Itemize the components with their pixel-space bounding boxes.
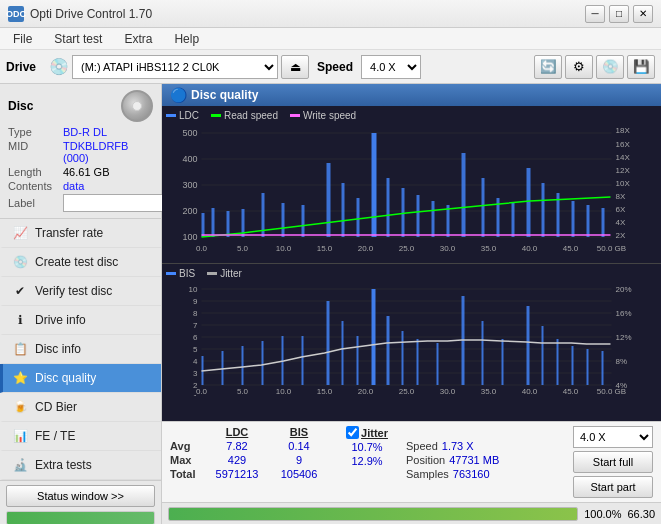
speed-combo-select[interactable]: 4.0 X bbox=[573, 426, 653, 448]
svg-text:50.0 GB: 50.0 GB bbox=[597, 387, 626, 396]
save-button[interactable]: 💾 bbox=[627, 55, 655, 79]
svg-rect-92 bbox=[222, 351, 224, 385]
speed-stat-value: 1.73 X bbox=[442, 440, 474, 452]
svg-rect-53 bbox=[572, 201, 575, 237]
title-bar: ODC Opti Drive Control 1.70 ─ □ ✕ bbox=[0, 0, 661, 28]
svg-text:15.0: 15.0 bbox=[317, 387, 333, 396]
menu-help[interactable]: Help bbox=[165, 30, 208, 48]
extra-tests-icon: 🔬 bbox=[11, 456, 29, 474]
nav-transfer-rate[interactable]: 📈 Transfer rate bbox=[0, 219, 161, 248]
nav-create-test-disc[interactable]: 💿 Create test disc bbox=[0, 248, 161, 277]
svg-rect-110 bbox=[557, 339, 559, 385]
svg-text:25.0: 25.0 bbox=[399, 244, 415, 253]
disc-length-row: Length 46.61 GB bbox=[8, 166, 153, 178]
disc-icon bbox=[121, 90, 153, 122]
speed-select[interactable]: 4.0 X bbox=[361, 55, 421, 79]
drive-bar: Drive 💿 (M:) ATAPI iHBS112 2 CL0K ⏏ Spee… bbox=[0, 50, 661, 84]
sidebar: Disc Type BD-R DL MID TDKBLDRFB (000) Le… bbox=[0, 84, 162, 524]
status-window-button[interactable]: Status window >> bbox=[6, 485, 155, 507]
nav-extra-tests-label: Extra tests bbox=[35, 458, 92, 472]
nav-cd-bier-label: CD Bier bbox=[35, 400, 77, 414]
svg-rect-31 bbox=[212, 208, 215, 237]
total-label: Total bbox=[170, 468, 204, 480]
nav-fe-te[interactable]: 📊 FE / TE bbox=[0, 422, 161, 451]
svg-text:45.0: 45.0 bbox=[563, 387, 579, 396]
refresh-button[interactable]: 🔄 bbox=[534, 55, 562, 79]
disc-button[interactable]: 💿 bbox=[596, 55, 624, 79]
svg-text:8%: 8% bbox=[616, 357, 628, 366]
svg-text:9: 9 bbox=[193, 297, 198, 306]
jitter-header: Jitter bbox=[361, 427, 388, 439]
legend-ldc: LDC bbox=[166, 110, 199, 121]
jitter-checkbox[interactable] bbox=[346, 426, 359, 439]
disc-info-icon: 📋 bbox=[11, 340, 29, 358]
svg-text:0.0: 0.0 bbox=[196, 387, 208, 396]
stats-area: Avg Max Total LDC 7.82 429 5971213 BIS 0… bbox=[162, 421, 661, 502]
start-part-button[interactable]: Start part bbox=[573, 476, 653, 498]
minimize-button[interactable]: ─ bbox=[585, 5, 605, 23]
svg-rect-107 bbox=[502, 339, 504, 385]
fe-te-icon: 📊 bbox=[11, 427, 29, 445]
maximize-button[interactable]: □ bbox=[609, 5, 629, 23]
main-layout: Disc Type BD-R DL MID TDKBLDRFB (000) Le… bbox=[0, 84, 661, 524]
disc-mid-value: TDKBLDRFB (000) bbox=[63, 140, 153, 164]
svg-rect-30 bbox=[202, 213, 205, 237]
svg-text:40.0: 40.0 bbox=[522, 244, 538, 253]
disc-section: Disc Type BD-R DL MID TDKBLDRFB (000) Le… bbox=[0, 84, 161, 219]
close-button[interactable]: ✕ bbox=[633, 5, 653, 23]
progress-pct-text: 100.0% bbox=[584, 508, 621, 520]
nav-extra-tests[interactable]: 🔬 Extra tests bbox=[0, 451, 161, 480]
title-bar-controls: ─ □ ✕ bbox=[585, 5, 653, 23]
nav-verify-test-disc[interactable]: ✔ Verify test disc bbox=[0, 277, 161, 306]
progress-bottom-bar bbox=[168, 507, 578, 521]
progress-bottom: 100.0% 66.30 bbox=[162, 502, 661, 524]
svg-text:7: 7 bbox=[193, 321, 198, 330]
svg-text:12%: 12% bbox=[616, 333, 632, 342]
eject-button[interactable]: ⏏ bbox=[281, 55, 309, 79]
menu-file[interactable]: File bbox=[4, 30, 41, 48]
nav-disc-info-label: Disc info bbox=[35, 342, 81, 356]
legend-write: Write speed bbox=[290, 110, 356, 121]
avg-jitter: 10.7% bbox=[351, 441, 382, 453]
menu-bar: File Start test Extra Help bbox=[0, 28, 661, 50]
menu-extra[interactable]: Extra bbox=[115, 30, 161, 48]
svg-rect-47 bbox=[482, 178, 485, 237]
svg-rect-99 bbox=[357, 336, 359, 385]
svg-rect-94 bbox=[262, 341, 264, 385]
drive-buttons: 🔄 ⚙ 💿 💾 bbox=[534, 55, 655, 79]
disc-contents-label: Contents bbox=[8, 180, 63, 192]
max-bis: 9 bbox=[296, 454, 302, 466]
jitter-check[interactable]: Jitter bbox=[346, 426, 388, 439]
position-value: 47731 MB bbox=[449, 454, 499, 466]
menu-start-test[interactable]: Start test bbox=[45, 30, 111, 48]
svg-rect-50 bbox=[527, 168, 531, 237]
nav-disc-info[interactable]: 📋 Disc info bbox=[0, 335, 161, 364]
svg-text:10X: 10X bbox=[616, 179, 631, 188]
create-test-disc-icon: 💿 bbox=[11, 253, 29, 271]
drive-info-icon: ℹ bbox=[11, 311, 29, 329]
svg-rect-103 bbox=[417, 339, 419, 385]
disc-type-value: BD-R DL bbox=[63, 126, 107, 138]
svg-text:4: 4 bbox=[193, 357, 198, 366]
svg-rect-43 bbox=[417, 195, 420, 237]
ldc-label: LDC bbox=[179, 110, 199, 121]
nav-drive-info[interactable]: ℹ Drive info bbox=[0, 306, 161, 335]
nav-cd-bier[interactable]: 🍺 CD Bier bbox=[0, 393, 161, 422]
svg-text:400: 400 bbox=[182, 154, 197, 164]
bis-header: BIS bbox=[290, 426, 308, 438]
disc-length-value: 46.61 GB bbox=[63, 166, 109, 178]
disc-inner bbox=[132, 101, 142, 111]
progress-bottom-fill bbox=[169, 508, 577, 520]
drive-select[interactable]: (M:) ATAPI iHBS112 2 CL0K bbox=[72, 55, 278, 79]
svg-rect-97 bbox=[327, 301, 330, 385]
start-full-button[interactable]: Start full bbox=[573, 451, 653, 473]
svg-text:5.0: 5.0 bbox=[237, 244, 249, 253]
svg-rect-39 bbox=[357, 198, 360, 237]
nav-disc-quality[interactable]: ⭐ Disc quality bbox=[0, 364, 161, 393]
svg-text:40.0: 40.0 bbox=[522, 387, 538, 396]
ldc-header: LDC bbox=[226, 426, 249, 438]
avg-bis: 0.14 bbox=[288, 440, 309, 452]
svg-rect-46 bbox=[462, 153, 466, 237]
config-button[interactable]: ⚙ bbox=[565, 55, 593, 79]
svg-text:14X: 14X bbox=[616, 153, 631, 162]
